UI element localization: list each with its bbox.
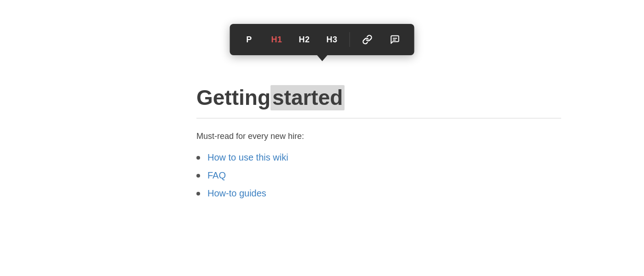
faq-link[interactable]: FAQ: [207, 170, 226, 181]
comment-icon: [390, 34, 400, 45]
wiki-link[interactable]: How to use this wiki: [207, 152, 288, 163]
howto-link[interactable]: How-to guides: [207, 188, 266, 199]
list-item: How-to guides: [196, 188, 561, 199]
toolbar-arrow: [316, 55, 328, 61]
bullet-dot: [196, 156, 200, 160]
toolbar-link-button[interactable]: [356, 29, 380, 51]
page-content: P H1 H2 H3: [0, 0, 644, 276]
title-divider: [196, 118, 561, 119]
subtitle-text: Must-read for every new hire:: [196, 132, 561, 141]
page-title: Getting started: [196, 85, 561, 110]
toolbar-h1-button[interactable]: H1: [265, 29, 289, 51]
bullet-dot: [196, 192, 200, 196]
bullet-dot: [196, 174, 200, 178]
title-word-getting: Getting: [196, 85, 270, 110]
links-list: How to use this wiki FAQ How-to guides: [196, 152, 561, 199]
list-item: How to use this wiki: [196, 152, 561, 163]
toolbar-h2-button[interactable]: H2: [293, 29, 316, 51]
link-icon: [362, 34, 373, 45]
list-item: FAQ: [196, 170, 561, 181]
title-word-started: started: [270, 85, 345, 110]
toolbar-paragraph-button[interactable]: P: [237, 29, 261, 51]
content-area: Getting started Must-read for every new …: [196, 85, 561, 199]
toolbar-comment-button[interactable]: [383, 29, 407, 51]
formatting-toolbar-container: P H1 H2 H3: [230, 24, 414, 61]
toolbar-divider: [350, 32, 350, 47]
toolbar-h3-button[interactable]: H3: [320, 29, 344, 51]
formatting-toolbar: P H1 H2 H3: [230, 24, 414, 55]
